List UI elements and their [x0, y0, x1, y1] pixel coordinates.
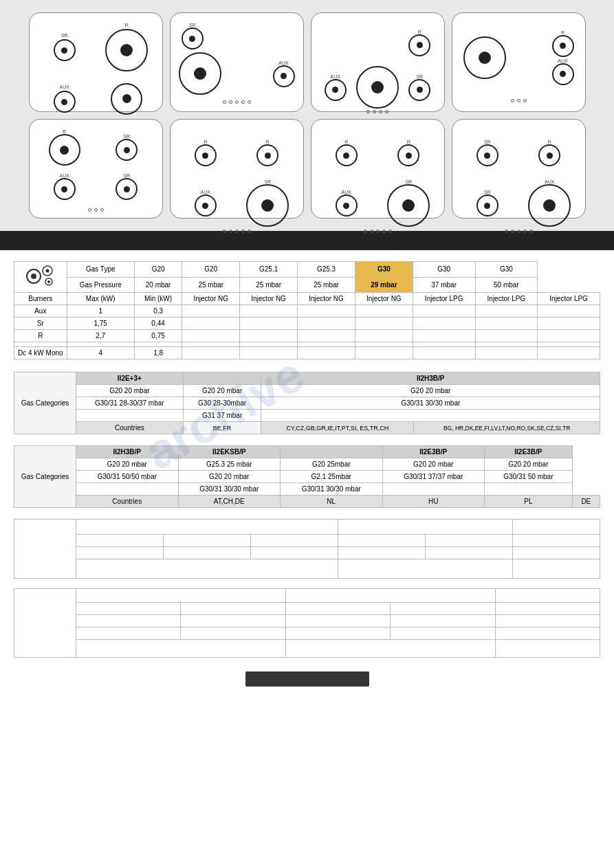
- burner-circle: [538, 144, 560, 166]
- gas-type-g20-1: G20: [134, 262, 182, 278]
- row-r-max: 2,7: [67, 330, 134, 342]
- t2-countries-3: HU: [382, 496, 485, 508]
- burner-circle: [387, 184, 430, 227]
- empty-table-1: [14, 519, 600, 579]
- row-dc-name: Dc 4 kW Mono: [14, 347, 67, 359]
- gas-pressure-label: Gas Pressure: [67, 277, 134, 293]
- svg-point-3: [45, 269, 49, 273]
- cat3-row1: G20 20 mbar: [261, 385, 600, 397]
- burner-circle: [182, 27, 204, 49]
- pressure-50mbar: 50 mbar: [475, 277, 538, 293]
- t2-h2: II2EKSB/P: [178, 446, 281, 458]
- burner-unit-8: SR R SR AUX: [452, 119, 586, 219]
- cat2-row3: G31 37 mbar: [183, 410, 261, 422]
- row-aux-min: 0,3: [134, 305, 182, 318]
- injector-lpg-2: Injector LPG: [475, 293, 538, 305]
- t2-r3c1: [76, 483, 179, 496]
- countries-label-2a: Countries: [76, 496, 179, 508]
- cat1-row1: G20 20 mbar: [76, 385, 184, 397]
- cat3-row3: [261, 410, 600, 422]
- burner-circle: [408, 79, 430, 101]
- burner-unit-6: R R AUX SR: [170, 119, 304, 219]
- gas-categories-label-2: Gas Categories: [14, 446, 76, 508]
- black-divider: [0, 231, 614, 250]
- gas-type-g251: G25.1: [240, 262, 298, 278]
- countries-3: BG, HR,DK,EE,FI,LV,LT,NO,RO,SK,SE,CZ,SI,…: [414, 422, 600, 434]
- burner-circle: [116, 139, 138, 161]
- cat3-row2: G30/31 30/30 mbar: [261, 397, 600, 410]
- t2-h5: II2E3B/P: [485, 446, 573, 458]
- row-sr-name: Sr: [14, 318, 67, 330]
- burner-circle: [54, 91, 76, 113]
- t2-r2c2: G20 20 mbar: [178, 471, 281, 483]
- max-kw-header: Max (kW): [67, 293, 134, 305]
- burner-dots: [366, 110, 388, 113]
- burner-circle: [397, 144, 419, 166]
- t2-r2c1: G30/31 50/50 mbar: [76, 471, 179, 483]
- burners-header: Burners: [14, 293, 67, 305]
- svg-point-5: [47, 280, 50, 283]
- burner-circle: [356, 66, 399, 109]
- burner-circle: [195, 194, 217, 216]
- row-aux-max: 1: [67, 305, 134, 318]
- burner-circle: [54, 178, 76, 200]
- t2-h4: II2E3B/P: [382, 446, 485, 458]
- cat3-header: II2H3B/P: [261, 372, 600, 385]
- injector-lpg-3: Injector LPG: [538, 293, 600, 305]
- pressure-37mbar: 37 mbar: [413, 277, 475, 293]
- cat1-row3: [76, 410, 184, 422]
- burner-circle: [476, 144, 498, 166]
- svg-point-1: [31, 274, 36, 279]
- burner-icon-svg: [24, 264, 57, 289]
- t2-countries-5: DE: [572, 496, 600, 508]
- cat2-row2: G30 28-30mbar: [183, 397, 261, 410]
- t2-r1c4: G20 20 mbar: [382, 458, 485, 471]
- t2-r1c3: G20 25mbar: [281, 458, 383, 471]
- gas-categories-table-2: Gas Categories II2H3B/P II2EKSB/P II2E3B…: [14, 445, 600, 508]
- countries-2: CY,CZ,GB,GR,IE,IT,PT,SI, ES,TR,CH: [261, 422, 414, 434]
- pressure-29mbar: 29 mbar: [355, 277, 413, 293]
- row-r-name: R: [14, 330, 67, 342]
- pressure-25mbar-3: 25 mbar: [298, 277, 355, 293]
- empty-table-2: [14, 588, 600, 658]
- burner-circle: [105, 29, 148, 71]
- t2-r3c2: G30/31 30/30 mbar: [178, 483, 281, 496]
- burner-circle: [111, 83, 142, 115]
- gas-categories-table-1: Gas Categories II2E+3+ II2H3B/P G20 20 m…: [14, 372, 600, 434]
- burner-dots: [511, 95, 527, 106]
- burner-circle: [49, 134, 80, 166]
- cat1-col2-header: [183, 372, 261, 385]
- pressure-25mbar-1: 25 mbar: [182, 277, 240, 293]
- t2-countries-1: AT,CH,DE: [178, 496, 281, 508]
- burner-circle: [195, 144, 217, 166]
- t2-r2c3: G2.1 25mbar: [281, 471, 383, 483]
- burner-dots: [88, 208, 104, 212]
- burner-circle: [256, 144, 278, 166]
- burner-dots: [505, 230, 533, 233]
- gas-categories-label: Gas Categories: [14, 372, 76, 434]
- specs-table: Gas Type G20 G20 G25.1 G25.3 G30 G30 G30…: [14, 261, 600, 359]
- burner-unit-3: R AUX SR: [311, 12, 445, 112]
- gas-type-label: Gas Type: [67, 262, 134, 278]
- gas-type-g253: G25.3: [298, 262, 355, 278]
- burner-circle: [116, 178, 138, 200]
- injector-ng-1: Injector NG: [182, 293, 240, 305]
- burner-unit-7: R R AUX SR: [311, 119, 445, 219]
- bottom-bar: [245, 671, 369, 687]
- burner-dots: [223, 230, 251, 233]
- countries-label-1: Countries: [76, 422, 184, 434]
- t2-r1c1: G20 20 mbar: [76, 458, 179, 471]
- gas-type-g20-2: G20: [182, 262, 240, 278]
- t2-h3: [281, 446, 383, 458]
- burner-unit-2: SR AUX: [170, 12, 304, 112]
- burner-unit-4: R AUX: [452, 12, 586, 112]
- burner-circle: [476, 194, 498, 216]
- row-sr-max: 1,75: [67, 318, 134, 330]
- injector-ng-4: Injector NG: [355, 293, 413, 305]
- cat1-header: II2E+3+: [76, 372, 184, 385]
- burner-circle: [528, 184, 571, 227]
- gas-type-g30-2: G30: [413, 262, 475, 278]
- gas-type-g30-3: G30: [475, 262, 538, 278]
- burner-row-1: SR R AUX: [14, 12, 600, 112]
- row-r-min: 0,75: [134, 330, 182, 342]
